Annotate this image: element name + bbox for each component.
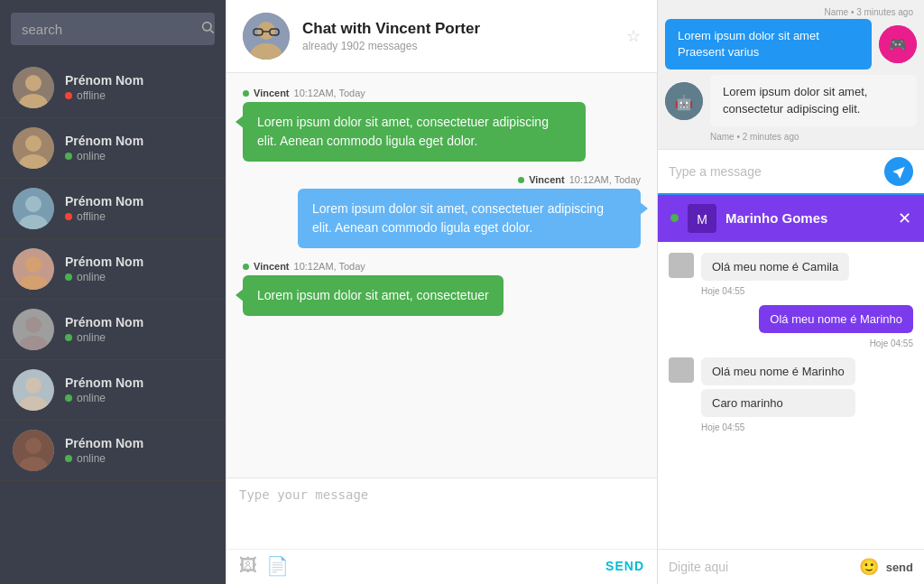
- message-time: 10:12AM, Today: [294, 88, 365, 98]
- marinho-send-button[interactable]: send: [886, 561, 913, 574]
- contact-avatar-6: [13, 430, 54, 471]
- contact-item-2[interactable]: Prénom Nomoffline: [0, 179, 226, 239]
- marinho-status-dot: [670, 214, 679, 222]
- send-message-button[interactable]: [884, 157, 913, 186]
- emoji-icon[interactable]: 🙂: [859, 557, 879, 577]
- contact-status-0: offline: [65, 89, 143, 102]
- status-label-4: online: [77, 331, 106, 344]
- star-icon[interactable]: ☆: [626, 26, 641, 46]
- contact-name-6: Prénom Nom: [65, 436, 143, 450]
- marinho-msg-bubble-2: Olá meu nome é Marinho: [759, 305, 913, 333]
- chat-input-area: [226, 477, 657, 549]
- contact-item-5[interactable]: Prénom Nomonline: [0, 360, 226, 421]
- search-box: [11, 13, 215, 45]
- chat-header-info: Chat with Vincent Porter already 1902 me…: [302, 20, 614, 52]
- status-label-0: offline: [77, 89, 106, 102]
- message-meta: Vincent 10:12AM, Today: [243, 88, 641, 98]
- contact-avatar-0: [13, 67, 54, 108]
- marinho-msg-bubble-3: Olá meu nome é Marinho: [701, 357, 855, 385]
- contact-info-0: Prénom Nomoffline: [65, 73, 143, 102]
- marinho-input[interactable]: [669, 560, 852, 574]
- message-group-right: 10:12AM, Today Vincent Lorem ipsum dolor…: [243, 174, 641, 248]
- contact-avatar-1: [13, 127, 54, 169]
- contact-item-1[interactable]: Prénom Nomonline: [0, 118, 226, 179]
- online-dot-3: [243, 264, 249, 270]
- svg-point-3: [25, 75, 42, 91]
- svg-point-6: [25, 135, 42, 152]
- status-label-2: offline: [77, 210, 106, 223]
- contact-item-0[interactable]: Prénom Nomoffline: [0, 58, 226, 118]
- notif-meta-2: Name • 2 minutes ago: [665, 132, 917, 142]
- svg-point-21: [25, 438, 42, 454]
- chat-header-name: Chat with Vincent Porter: [302, 20, 614, 38]
- svg-line-1: [210, 30, 214, 33]
- status-dot-3: [65, 273, 72, 281]
- contact-avatar-4: [13, 309, 54, 350]
- marinho-msg-1: Olá meu nome é Camila Hoje 04:55: [669, 253, 913, 296]
- online-dot-right: [518, 177, 524, 183]
- status-dot-1: [65, 153, 72, 160]
- marinho-msg-content-2: Olá meu nome é Marinho Hoje 04:55: [759, 305, 913, 348]
- message-group-3: Vincent 10:12AM, Today Lorem ipsum dolor…: [243, 261, 641, 316]
- marinho-close-button[interactable]: ✕: [898, 209, 911, 228]
- notif-bubble-1: Lorem ipsum dolor sit amet Praesent vari…: [665, 19, 872, 70]
- contact-info-1: Prénom Nomonline: [65, 134, 143, 162]
- status-dot-6: [65, 455, 72, 462]
- notification-area: Name • 3 minutes ago Lorem ipsum dolor s…: [658, 0, 924, 149]
- marinho-msg-content-1: Olá meu nome é Camila Hoje 04:55: [701, 253, 849, 296]
- marinho-messages: Olá meu nome é Camila Hoje 04:55 Olá meu…: [658, 242, 924, 549]
- contact-info-6: Prénom Nomonline: [65, 436, 143, 465]
- notif-bubble-row-1: Lorem ipsum dolor sit amet Praesent vari…: [665, 19, 917, 70]
- contact-info-2: Prénom Nomoffline: [65, 194, 143, 223]
- notif-avatar-1: 🎮: [879, 25, 917, 63]
- contact-status-5: online: [65, 392, 143, 404]
- file-icon[interactable]: 📄: [266, 555, 289, 577]
- contact-name-2: Prénom Nom: [65, 194, 143, 209]
- contact-name-5: Prénom Nom: [65, 375, 143, 390]
- contact-name-0: Prénom Nom: [65, 73, 143, 88]
- marinho-input-strip: 🙂 send: [658, 549, 924, 584]
- marinho-msg-time-1: Hoje 04:55: [701, 286, 849, 296]
- footer-icons: 🖼 📄: [239, 555, 289, 577]
- contact-item-3[interactable]: Prénom Nomonline: [0, 239, 226, 300]
- contact-name-4: Prénom Nom: [65, 315, 143, 329]
- svg-point-9: [25, 196, 42, 212]
- marinho-name: Marinho Gomes: [725, 210, 889, 226]
- contact-item-4[interactable]: Prénom Nomonline: [0, 300, 226, 360]
- sender-name: Vincent: [254, 88, 290, 98]
- contact-info-4: Prénom Nomonline: [65, 315, 143, 344]
- contact-status-2: offline: [65, 210, 143, 223]
- chat-header-avatar: [243, 13, 290, 60]
- contact-avatar-2: [13, 188, 54, 229]
- notif-meta-1: Name • 3 minutes ago: [824, 7, 917, 17]
- message-group: Vincent 10:12AM, Today Lorem ipsum dolor…: [243, 88, 641, 162]
- marinho-header: M Marinho Gomes ✕: [658, 195, 924, 242]
- status-label-6: online: [77, 452, 106, 465]
- main-chat: Chat with Vincent Porter already 1902 me…: [226, 0, 658, 584]
- marinho-msg-avatar-3: [669, 357, 694, 383]
- chat-header-sub: already 1902 messages: [302, 40, 614, 52]
- notification-2: 🤖 Lorem ipsum dolor sit amet, consectetu…: [665, 75, 917, 125]
- message-meta-3: Vincent 10:12AM, Today: [243, 261, 641, 272]
- image-icon[interactable]: 🖼: [239, 555, 257, 577]
- chat-footer: 🖼 📄 SEND: [226, 549, 657, 584]
- svg-point-18: [25, 377, 42, 394]
- chat-messages: Vincent 10:12AM, Today Lorem ipsum dolor…: [226, 73, 657, 477]
- send-button[interactable]: SEND: [605, 559, 644, 573]
- sender-name-3: Vincent: [254, 261, 290, 272]
- message-bubble-3: Lorem ipsum dolor sit amet, consectetuer: [243, 275, 504, 316]
- message-bubble-right: Lorem ipsum dolor sit amet, consectetuer…: [298, 189, 641, 248]
- marinho-msg-bubble-4: Caro marinho: [701, 389, 855, 417]
- contact-item-6[interactable]: Prénom Nomonline: [0, 421, 226, 481]
- marinho-msg-time-3: Hoje 04:55: [701, 422, 855, 432]
- svg-rect-36: [669, 357, 694, 383]
- svg-text:M: M: [697, 212, 707, 227]
- search-input[interactable]: [22, 22, 193, 37]
- sidebar: Prénom Nomoffline Prénom Nomonline Préno…: [0, 0, 226, 584]
- sender-name-right: Vincent: [529, 174, 565, 185]
- contact-status-3: online: [65, 271, 143, 283]
- svg-point-24: [257, 22, 275, 40]
- message-textarea[interactable]: [239, 487, 644, 536]
- right-msg-input[interactable]: [669, 164, 877, 179]
- contact-name-1: Prénom Nom: [65, 134, 143, 148]
